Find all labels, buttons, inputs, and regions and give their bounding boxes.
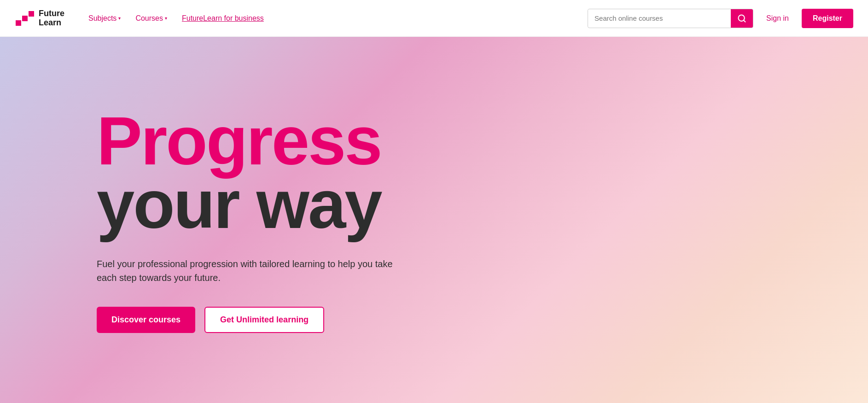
svg-rect-0 xyxy=(16,20,21,26)
nav-business[interactable]: FutureLearn for business xyxy=(176,11,269,26)
futurelearn-logo-icon xyxy=(15,8,35,29)
signin-button[interactable]: Sign in xyxy=(761,11,794,26)
get-unlimited-button[interactable]: Get Unlimited learning xyxy=(204,307,324,333)
search-button[interactable] xyxy=(731,9,753,28)
svg-rect-1 xyxy=(22,16,28,21)
hero-section: Progress your way Fuel your professional… xyxy=(0,37,868,403)
nav-courses[interactable]: Courses ▾ xyxy=(130,11,173,26)
nav-subjects[interactable]: Subjects ▾ xyxy=(83,11,126,26)
search-input[interactable] xyxy=(588,10,731,27)
site-header: Future Learn Subjects ▾ Courses ▾ Future… xyxy=(0,0,868,37)
discover-courses-button[interactable]: Discover courses xyxy=(97,307,195,333)
subjects-chevron-icon: ▾ xyxy=(118,16,121,21)
header-right: Sign in Register xyxy=(588,9,853,28)
search-wrapper xyxy=(588,9,753,28)
svg-rect-2 xyxy=(29,11,34,17)
logo-link[interactable]: Future Learn xyxy=(15,8,64,29)
hero-subtext: Fuel your professional progression with … xyxy=(97,257,410,285)
courses-chevron-icon: ▾ xyxy=(165,16,167,21)
hero-buttons: Discover courses Get Unlimited learning xyxy=(97,307,868,333)
register-button[interactable]: Register xyxy=(802,9,853,28)
logo-text: Future Learn xyxy=(39,9,64,28)
main-nav: Subjects ▾ Courses ▾ FutureLearn for bus… xyxy=(83,11,588,26)
hero-headline-yourway: your way xyxy=(97,170,868,239)
svg-line-4 xyxy=(744,20,746,22)
search-icon xyxy=(737,14,746,23)
hero-headline-progress: Progress xyxy=(97,107,868,175)
